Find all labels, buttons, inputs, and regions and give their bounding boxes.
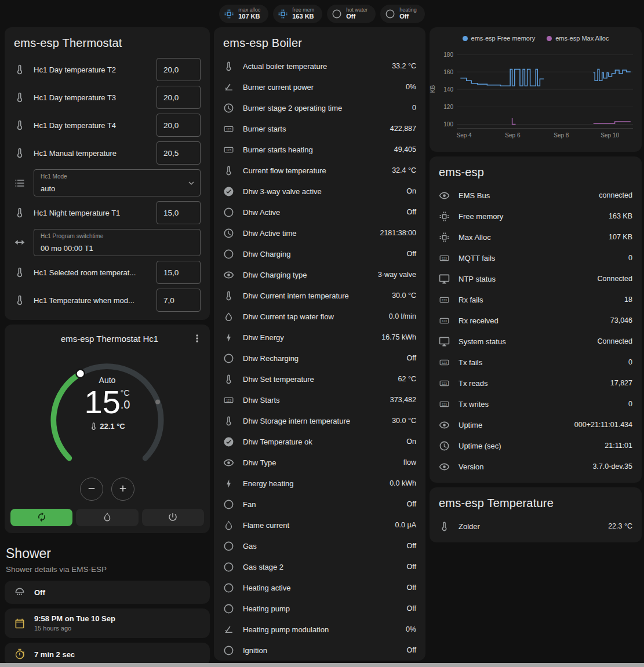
entity-row[interactable]: 123 Tx reads 17,827 [430,373,642,393]
entity-value: On [406,187,416,195]
entity-row[interactable]: Dhw Active time 2181:38:00 [214,223,425,243]
shower-state-card[interactable]: Off [5,581,210,604]
entity-label: Version [459,462,584,471]
entity-row[interactable]: Dhw Energy 16.75 kWh [214,327,425,348]
entity-row[interactable]: Heating pump Off [214,598,425,619]
thermostat-dial[interactable]: Auto 15 °C .0 22.1 °C [5,345,210,501]
entity-row[interactable]: Current flow temperature 32.4 °C [214,160,425,181]
legend-item[interactable]: ems-esp Max Alloc [547,35,609,42]
entity-row[interactable]: Heating active Off [214,577,425,598]
entity-row[interactable]: Fan Off [214,494,425,515]
day-t2-input[interactable]: 20,0 [157,58,201,81]
mode-select[interactable]: Hc1 Mode auto [34,169,201,196]
entity-value: Off [407,604,416,613]
badge-value: Off [346,13,368,20]
entity-label: Rx fails [459,296,616,304]
entity-row[interactable]: 123 Burner starts heating 49,405 [214,139,425,160]
shower-timestamp-card[interactable]: 9:58 PM on Tue 10 Sep 15 hours ago [5,608,210,638]
entity-row[interactable]: 123 Rx received 73,046 [430,310,642,331]
chip-icon [224,9,234,19]
chart-legend: ems-esp Free memoryems-esp Max Alloc [430,27,642,44]
more-menu-icon[interactable] [191,333,204,344]
mode-auto-button[interactable] [10,509,72,526]
program-switchtime-input[interactable]: Hc1 Program switchtime 00 mo 00:00 T1 [34,229,201,256]
day-t4-input[interactable]: 20,0 [157,114,201,137]
power-icon [168,512,178,524]
left-column: ems-esp Thermostat Hc1 Day temperature T… [5,27,210,667]
entity-row[interactable]: Dhw Type flow [214,452,425,473]
entity-row[interactable]: Actual boiler temperature 33.2 °C [214,56,425,76]
history-line-chart[interactable]: 100120140160180Sep 4Sep 6Sep 8Sep 10 [434,45,638,145]
entity-row[interactable]: Burner current power 0% [214,76,425,97]
entity-row[interactable]: Dhw 3-way valve active On [214,181,425,202]
entity-value: Off [407,354,416,362]
circle-icon [223,353,235,364]
entity-value: 0.0 µA [395,521,416,529]
entity-row[interactable]: Ignition Off [214,640,425,661]
entity-row[interactable]: Heating pump modulation 0% [214,619,425,640]
entity-row[interactable]: Dhw Current tap water flow 0.0 l/min [214,306,425,327]
right-column: ems-esp Free memoryems-esp Max Alloc KB … [430,27,642,542]
entity-row[interactable]: 123 Rx fails 18 [430,289,642,310]
entity-row[interactable]: Uptime (sec) 21:11:01 [430,435,642,456]
counter-icon: 123 [223,395,235,406]
entity-row[interactable]: Dhw Charging type 3-way valve [214,264,425,285]
entity-row[interactable]: Uptime 000+21:11:01.434 [430,414,642,435]
circle-icon [223,499,235,510]
svg-text:123: 123 [442,360,447,364]
entity-row[interactable]: Free memory 163 KB [430,206,642,227]
status-badge[interactable]: heating Off [380,5,425,23]
entity-row[interactable]: Gas Off [214,535,425,556]
entity-row[interactable]: Dhw Active Off [214,202,425,223]
entity-row[interactable]: 123 Dhw Starts 373,482 [214,389,425,410]
entity-row[interactable]: System status Connected [430,331,642,352]
entity-row[interactable]: Dhw Set temperature 62 °C [214,369,425,389]
selected-room-input[interactable]: 15,0 [157,261,201,284]
entity-value: Off [407,500,416,508]
thermometer-icon [223,165,235,176]
temp-when-mod-input[interactable]: 7,0 [157,289,201,312]
entity-row[interactable]: Max Alloc 107 KB [430,227,642,247]
card-title: ems-esp [430,156,642,185]
entity-row[interactable]: EMS Bus connected [430,185,642,206]
entity-value: 0 [628,358,632,366]
status-badge[interactable]: max alloc 107 KB [219,5,268,23]
entity-row[interactable]: Dhw Storage intern temperature 30.0 °C [214,410,425,431]
thermometer-water-icon [14,207,27,218]
svg-text:123: 123 [442,319,447,322]
entity-row[interactable]: Dhw Current intern temperature 30.0 °C [214,285,425,306]
entity-row[interactable]: Dhw Temperature ok On [214,431,425,452]
night-t1-input[interactable]: 15,0 [157,201,201,224]
entity-row[interactable]: Gas stage 2 Off [214,556,425,577]
day-t3-input[interactable]: 20,0 [157,86,201,109]
entity-row[interactable]: 123 Tx writes 0 [430,393,642,414]
number-row-day-t3: Hc1 Day temperature T3 20,0 [14,86,201,109]
increase-temp-button[interactable] [111,478,134,501]
mode-heat-button[interactable] [76,509,138,526]
manual-temp-input[interactable]: 20,5 [157,141,201,165]
entity-value: Off [407,542,416,550]
entity-value: Connected [598,337,632,345]
entity-row[interactable]: Energy heating 0.0 kWh [214,473,425,494]
entity-value: Off [407,250,416,258]
entity-row[interactable]: 123 Tx fails 0 [430,352,642,373]
entity-label: Heating active [243,584,399,592]
status-badge[interactable]: free mem 163 KB [273,5,322,23]
mode-off-button[interactable] [142,509,204,526]
entity-row[interactable]: Dhw Charging Off [214,243,425,264]
entity-row[interactable]: NTP status Connected [430,268,642,289]
memory-history-chart-card: ems-esp Free memoryems-esp Max Alloc KB … [430,27,642,152]
boiler-rows: Actual boiler temperature 33.2 °C Burner… [214,56,425,661]
entity-row[interactable]: 123 MQTT fails 0 [430,247,642,268]
status-badge[interactable]: hot water Off [327,5,376,23]
entity-row[interactable]: Version 3.7.0-dev.35 [430,456,642,477]
entity-row[interactable]: 123 Burner starts 422,887 [214,118,425,139]
boiler-card: ems-esp Boiler Actual boiler temperature… [214,27,425,661]
entity-row[interactable]: Zolder 22.3 °C [430,516,642,537]
horizontal-scrollbar[interactable] [0,663,644,667]
entity-row[interactable]: Burner stage 2 operating time 0 [214,97,425,118]
entity-row[interactable]: Dhw Recharging Off [214,348,425,369]
decrease-temp-button[interactable] [80,478,103,501]
entity-row[interactable]: Flame current 0.0 µA [214,515,425,535]
legend-item[interactable]: ems-esp Free memory [463,35,536,42]
